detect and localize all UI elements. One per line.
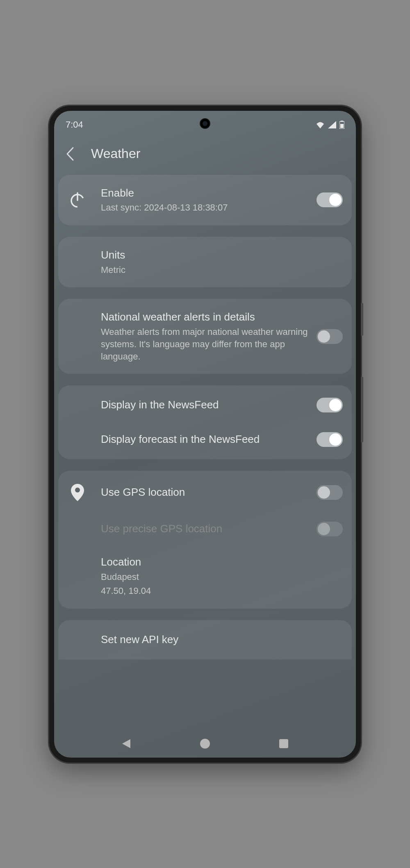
screen: 7:04 Weather bbox=[54, 111, 356, 758]
battery-icon bbox=[339, 121, 344, 129]
use-precise-gps-row: Use precise GPS location bbox=[58, 512, 352, 546]
enable-card: Enable Last sync: 2024-08-13 18:38:07 bbox=[58, 175, 352, 225]
units-card: Units Metric bbox=[58, 237, 352, 287]
nav-back-icon bbox=[121, 738, 131, 749]
enable-subtitle: Last sync: 2024-08-13 18:38:07 bbox=[101, 202, 310, 214]
alerts-toggle[interactable] bbox=[317, 329, 343, 344]
api-key-row[interactable]: Set new API key bbox=[58, 623, 352, 657]
display-forecast-toggle[interactable] bbox=[317, 432, 343, 447]
location-card: Use GPS location Use precise GPS locatio… bbox=[58, 471, 352, 608]
status-icons bbox=[316, 121, 344, 129]
units-title: Units bbox=[101, 248, 343, 262]
svg-point-6 bbox=[200, 739, 210, 749]
settings-content: Enable Last sync: 2024-08-13 18:38:07 Un… bbox=[54, 175, 356, 660]
header: Weather bbox=[54, 135, 356, 175]
wifi-icon bbox=[316, 121, 325, 128]
nav-recent-icon bbox=[279, 739, 289, 749]
nav-home-button[interactable] bbox=[193, 731, 217, 756]
svg-rect-2 bbox=[340, 124, 344, 128]
display-newsfeed-title: Display in the NewsFeed bbox=[101, 398, 310, 412]
location-row[interactable]: Location Budapest 47.50, 19.04 bbox=[58, 546, 352, 606]
signal-icon bbox=[328, 121, 336, 128]
use-gps-title: Use GPS location bbox=[101, 486, 310, 499]
enable-row[interactable]: Enable Last sync: 2024-08-13 18:38:07 bbox=[58, 177, 352, 223]
nav-home-icon bbox=[200, 738, 210, 749]
api-key-title: Set new API key bbox=[101, 633, 343, 647]
phone-side-button bbox=[361, 303, 363, 336]
status-time: 7:04 bbox=[66, 119, 83, 130]
camera-notch bbox=[200, 118, 210, 129]
back-button[interactable] bbox=[61, 143, 79, 165]
enable-toggle[interactable] bbox=[317, 192, 343, 207]
phone-side-button bbox=[361, 377, 363, 442]
use-gps-toggle[interactable] bbox=[317, 485, 343, 500]
units-value: Metric bbox=[101, 264, 343, 276]
use-precise-gps-toggle bbox=[317, 522, 343, 536]
alerts-title: National weather alerts in details bbox=[101, 310, 310, 324]
location-coords: 47.50, 19.04 bbox=[101, 585, 343, 597]
location-city: Budapest bbox=[101, 571, 343, 583]
alerts-subtitle: Weather alerts from major national weath… bbox=[101, 326, 310, 362]
display-newsfeed-row[interactable]: Display in the NewsFeed bbox=[58, 388, 352, 422]
svg-point-5 bbox=[75, 488, 80, 492]
alerts-row[interactable]: National weather alerts in details Weath… bbox=[58, 301, 352, 371]
newsfeed-card: Display in the NewsFeed Display forecast… bbox=[58, 385, 352, 459]
units-row[interactable]: Units Metric bbox=[58, 239, 352, 285]
display-forecast-title: Display forecast in the NewsFeed bbox=[101, 433, 310, 447]
navigation-bar bbox=[54, 730, 356, 758]
api-key-card: Set new API key bbox=[58, 620, 352, 660]
location-title: Location bbox=[101, 555, 343, 569]
chevron-left-icon bbox=[65, 146, 75, 162]
phone-frame: 7:04 Weather bbox=[49, 106, 361, 763]
display-forecast-row[interactable]: Display forecast in the NewsFeed bbox=[58, 422, 352, 457]
nav-back-button[interactable] bbox=[114, 731, 139, 756]
svg-rect-7 bbox=[279, 739, 288, 748]
page-title: Weather bbox=[91, 146, 140, 161]
power-icon bbox=[67, 190, 88, 210]
use-gps-row[interactable]: Use GPS location bbox=[58, 473, 352, 512]
enable-title: Enable bbox=[101, 186, 310, 200]
nav-recent-button[interactable] bbox=[271, 731, 296, 756]
display-newsfeed-toggle[interactable] bbox=[317, 398, 343, 412]
location-pin-icon bbox=[67, 482, 88, 503]
alerts-card: National weather alerts in details Weath… bbox=[58, 299, 352, 374]
use-precise-gps-title: Use precise GPS location bbox=[101, 522, 310, 536]
